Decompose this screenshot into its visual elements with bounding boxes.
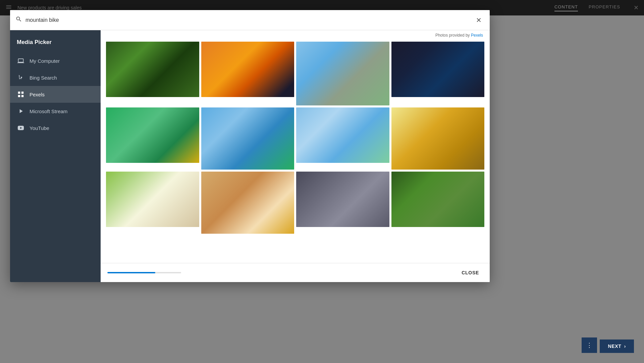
content-top-bar: Photos provided by Pexels [101,30,490,39]
stream-icon [17,107,25,115]
svg-rect-0 [18,92,20,94]
content-area: Photos provided by Pexels [101,30,490,282]
grid-image-1[interactable] [106,42,199,97]
sidebar-label-bing-search: Bing Search [30,75,57,81]
sidebar-label-microsoft-stream: Microsoft Stream [30,108,67,114]
sidebar-item-microsoft-stream[interactable]: Microsoft Stream [10,103,101,120]
modal-overlay: ✕ Media Picker My Computer [0,0,644,363]
grid-image-6[interactable] [201,107,294,170]
sidebar: Media Picker My Computer Bing Search [10,30,101,282]
sidebar-item-my-computer[interactable]: My Computer [10,52,101,69]
search-bar: ✕ [10,10,490,30]
loading-bar-fill [107,272,155,273]
more-button[interactable]: ⋮ [582,337,597,353]
sidebar-item-youtube[interactable]: YouTube [10,120,101,136]
bottom-bar: CLOSE [101,263,490,282]
search-clear-button[interactable]: ✕ [473,15,484,26]
grid-image-9[interactable] [106,172,199,227]
grid-image-8[interactable] [391,107,485,170]
close-button[interactable]: CLOSE [458,268,483,277]
grid-image-12[interactable] [391,172,485,227]
more-icon: ⋮ [586,342,592,349]
svg-rect-2 [18,95,20,97]
image-grid [101,39,490,263]
svg-rect-3 [21,95,23,97]
picker-body: Media Picker My Computer Bing Search [10,30,490,282]
grid-image-5[interactable] [106,107,199,163]
search-input[interactable] [25,17,473,23]
grid-image-11[interactable] [296,172,389,227]
grid-image-2[interactable] [201,42,294,97]
computer-icon [17,57,25,65]
sidebar-item-bing-search[interactable]: Bing Search [10,69,101,86]
sidebar-item-pexels[interactable]: Pexels [10,86,101,103]
svg-rect-1 [21,92,23,94]
media-picker-dialog: ✕ Media Picker My Computer [10,10,490,282]
grid-image-4[interactable] [391,42,485,97]
sidebar-label-pexels: Pexels [30,92,45,97]
sidebar-label-youtube: YouTube [30,125,49,131]
youtube-icon [17,124,25,132]
bing-icon [17,74,25,82]
loading-bar [107,272,181,273]
pexels-icon [17,90,25,98]
grid-image-3[interactable] [296,42,389,105]
attribution-text: Photos provided by [435,33,470,38]
next-button-label: NEXT [608,344,621,349]
next-button[interactable]: NEXT › [600,339,634,353]
grid-image-10[interactable] [201,172,294,234]
sidebar-title: Media Picker [10,34,101,52]
pexels-link[interactable]: Pexels [471,33,483,38]
grid-image-7[interactable] [296,107,389,163]
search-icon [15,16,22,24]
sidebar-label-my-computer: My Computer [30,58,60,64]
next-arrow-icon: › [624,344,626,349]
